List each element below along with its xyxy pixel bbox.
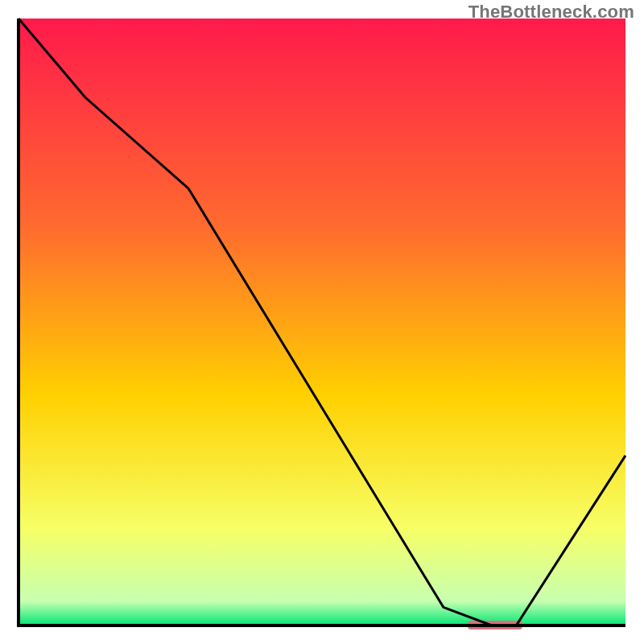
gradient-background: [19, 19, 625, 625]
bottleneck-chart: TheBottleneck.com: [0, 0, 644, 644]
watermark-text: TheBottleneck.com: [469, 2, 634, 23]
chart-svg: [0, 0, 644, 644]
